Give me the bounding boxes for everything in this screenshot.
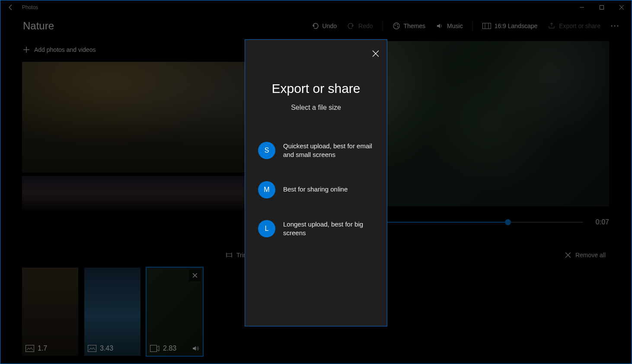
svg-rect-16 [88, 345, 96, 352]
redo-icon [347, 22, 355, 30]
export-option-large[interactable]: L Longest upload, best for big screens [258, 220, 374, 238]
photo-icon [26, 345, 34, 352]
clip-duration: 1.7 [38, 345, 47, 352]
svg-point-3 [394, 25, 395, 26]
svg-point-4 [396, 24, 397, 25]
option-text: Longest upload, best for big screens [283, 220, 374, 238]
export-dialog: Export or share Select a file size S Qui… [245, 39, 387, 326]
speaker-icon [192, 345, 199, 352]
minimize-button[interactable] [572, 0, 592, 14]
storyboard-clips: 1.7 3.43 2.83 [22, 268, 203, 356]
export-option-small[interactable]: S Quickest upload, best for email and sm… [258, 142, 374, 160]
dialog-subtitle: Select a file size [245, 104, 387, 112]
timeline-playhead[interactable] [505, 219, 511, 225]
dialog-close-button[interactable] [369, 47, 383, 61]
export-label: Export or share [559, 22, 600, 29]
svg-point-10 [614, 26, 616, 27]
dialog-title: Export or share [245, 81, 387, 96]
separator [383, 20, 383, 32]
separator [472, 20, 473, 32]
svg-point-11 [617, 26, 619, 27]
themes-label: Themes [404, 22, 426, 29]
add-label: Add photos and videos [34, 46, 96, 53]
svg-rect-6 [482, 23, 491, 29]
trim-icon [225, 251, 233, 259]
app-window: Photos Nature Undo Redo [0, 0, 632, 364]
clip-remove-button[interactable] [189, 269, 201, 281]
redo-button[interactable]: Redo [343, 17, 377, 35]
project-title[interactable]: Nature [23, 20, 54, 32]
remove-label: Remove all [575, 252, 606, 259]
header-toolbar: Nature Undo Redo Themes Music 16: [0, 14, 632, 38]
undo-button[interactable]: Undo [307, 17, 341, 35]
app-name: Photos [22, 4, 38, 10]
option-text: Best for sharing online [283, 185, 348, 194]
share-icon [548, 22, 555, 30]
undo-icon [311, 22, 319, 30]
remove-all-button[interactable]: Remove all [565, 252, 606, 259]
clip-item[interactable]: 1.7 [22, 268, 78, 356]
aspect-label: 16:9 Landscape [495, 22, 538, 29]
size-badge-m: M [258, 181, 275, 198]
svg-rect-1 [600, 6, 604, 10]
aspect-icon [482, 23, 491, 29]
palette-icon [393, 22, 400, 30]
svg-rect-15 [26, 345, 34, 352]
redo-label: Redo [358, 22, 373, 29]
plus-icon [23, 46, 30, 53]
clip-duration: 3.43 [100, 345, 113, 352]
clip-item-selected[interactable]: 2.83 [147, 268, 203, 356]
svg-rect-12 [227, 254, 232, 256]
photo-icon [88, 345, 96, 352]
close-icon [565, 252, 571, 258]
svg-point-2 [393, 23, 399, 29]
speaker-icon [436, 22, 444, 30]
music-button[interactable]: Music [431, 17, 467, 35]
themes-button[interactable]: Themes [388, 17, 430, 35]
titlebar: Photos [0, 0, 632, 14]
window-controls [572, 0, 632, 14]
clip-duration: 2.83 [163, 345, 176, 352]
svg-point-5 [397, 26, 398, 27]
ellipsis-icon [611, 25, 619, 27]
music-label: Music [447, 22, 463, 29]
maximize-button[interactable] [592, 0, 612, 14]
aspect-button[interactable]: 16:9 Landscape [478, 17, 542, 35]
back-button[interactable] [4, 0, 18, 14]
undo-label: Undo [322, 22, 337, 29]
svg-rect-17 [150, 345, 157, 352]
size-badge-l: L [258, 220, 275, 237]
option-text: Quickest upload, best for email and smal… [283, 142, 374, 160]
more-button[interactable] [606, 17, 623, 35]
timeline-time: 0:07 [596, 218, 609, 226]
size-badge-s: S [258, 142, 275, 159]
export-option-medium[interactable]: M Best for sharing online [258, 181, 374, 198]
video-icon [150, 345, 160, 352]
svg-point-9 [611, 26, 613, 27]
window-close-button[interactable] [612, 0, 632, 14]
export-button[interactable]: Export or share [543, 17, 605, 35]
clip-item[interactable]: 3.43 [84, 268, 140, 356]
